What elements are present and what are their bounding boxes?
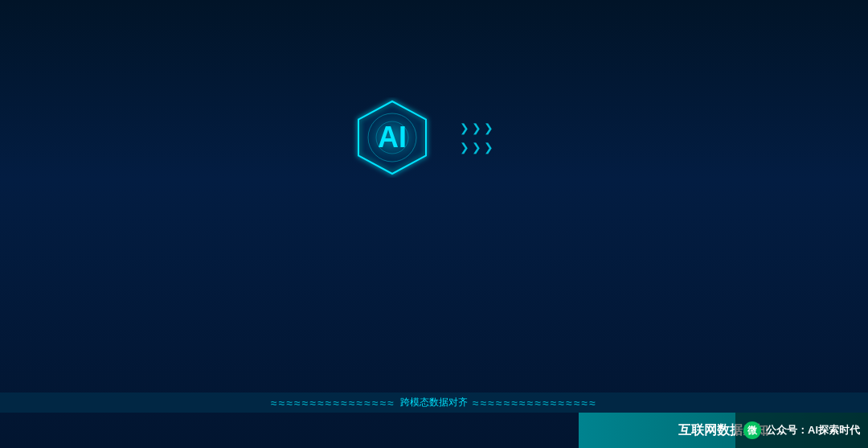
chevron-4: ❯ xyxy=(460,141,469,154)
wechat-text: 公众号：AI探索时代 xyxy=(766,423,860,438)
wave-text: ≈≈≈≈≈≈≈≈≈≈≈≈≈≈≈≈ 跨模态数据对齐 ≈≈≈≈≈≈≈≈≈≈≈≈≈≈≈… xyxy=(3,396,865,409)
chevron-2: ❯ xyxy=(472,121,481,134)
cross-modal-bar: ≈≈≈≈≈≈≈≈≈≈≈≈≈≈≈≈ 跨模态数据对齐 ≈≈≈≈≈≈≈≈≈≈≈≈≈≈≈… xyxy=(0,393,868,413)
wechat-overlay: 微 公众号：AI探索时代 xyxy=(735,413,868,448)
ai-letter: AI xyxy=(378,121,407,154)
chevron-row-2: ❯ ❯ ❯ xyxy=(460,141,493,154)
chevron-5: ❯ xyxy=(472,141,481,154)
chevron-row-1: ❯ ❯ ❯ xyxy=(460,121,493,134)
ai-hexagon: AI xyxy=(352,97,432,178)
chevron-6: ❯ xyxy=(484,141,493,154)
cross-modal-label: 跨模态数据对齐 xyxy=(400,396,468,409)
l1-ai-icon-area: AI xyxy=(328,97,457,178)
social-data-button[interactable]: 互联网数据感知 微 公众号：AI探索时代 xyxy=(579,413,868,448)
background xyxy=(0,0,868,448)
wechat-icon: 微 xyxy=(743,421,761,439)
wave-right: ≈≈≈≈≈≈≈≈≈≈≈≈≈≈≈≈ xyxy=(473,397,597,409)
wechat-icon-char: 微 xyxy=(747,424,757,438)
chevron-1: ❯ xyxy=(460,121,469,134)
wave-left: ≈≈≈≈≈≈≈≈≈≈≈≈≈≈≈≈ xyxy=(271,397,395,409)
chevron-3: ❯ xyxy=(484,121,493,134)
main-container: L2 细分场景模型 场景AI标签FOV画面异常识别OSD合规识别视频质量检测应急… xyxy=(0,0,868,448)
